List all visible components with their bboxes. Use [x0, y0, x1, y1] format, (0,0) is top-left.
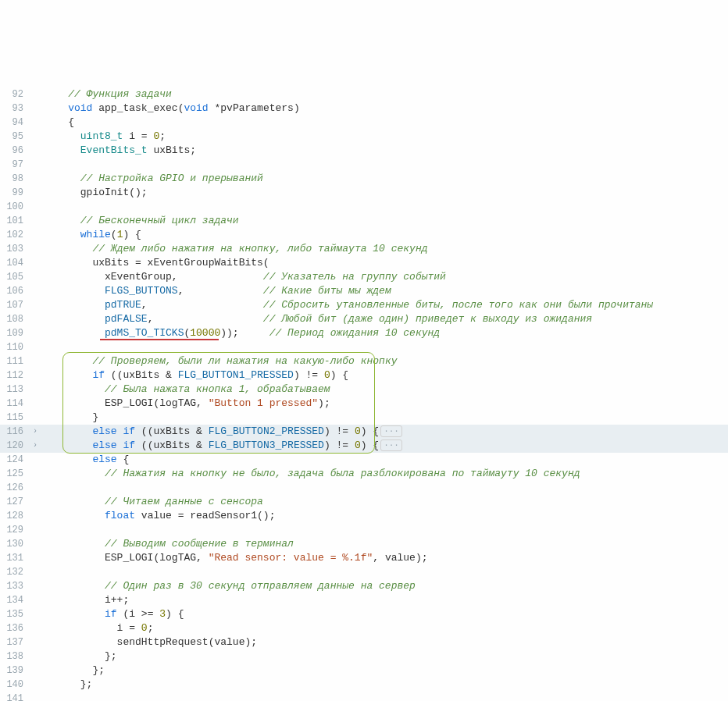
code-line[interactable]: 105 xEventGroup, // Указатель на группу … [0, 270, 728, 284]
code-content[interactable]: }; [41, 649, 728, 664]
code-content[interactable]: else if ((uxBits & FLG_BUTTON2_PRESSED) … [41, 425, 728, 439]
code-content[interactable]: if (i >= 3) { [41, 607, 728, 621]
code-line[interactable]: 131 ESP_LOGI(logTAG, "Read sensor: value… [0, 551, 728, 565]
code-content[interactable]: i++; [41, 593, 728, 607]
code-line[interactable]: 133 // Один раз в 30 секунд отправляем д… [0, 579, 728, 593]
code-token: ) { [330, 369, 348, 381]
code-line[interactable]: 96 EventBits_t uxBits; [0, 144, 728, 158]
code-line[interactable]: 136 i = 0; [0, 621, 728, 635]
code-content[interactable]: while(1) { [41, 228, 728, 242]
code-line[interactable]: 138 }; [0, 649, 728, 664]
code-line[interactable]: 112 if ((uxBits & FLG_BUTTON1_PRESSED) !… [0, 368, 728, 383]
code-line[interactable]: 103 // Ждем либо нажатия на кнопку, либо… [0, 242, 728, 256]
code-line[interactable]: 95 uint8_t i = 0; [0, 130, 728, 144]
code-line[interactable]: 115 } [0, 411, 728, 425]
code-content[interactable]: uxBits = xEventGroupWaitBits( [41, 256, 728, 270]
code-line[interactable]: 110 [0, 340, 728, 354]
code-content[interactable]: // Бесконечный цикл задачи [41, 214, 728, 228]
fold-collapsed-icon[interactable]: › [30, 439, 41, 453]
code-content[interactable]: else if ((uxBits & FLG_BUTTON3_PRESSED) … [41, 439, 728, 453]
code-content[interactable]: }; [41, 664, 728, 678]
code-line[interactable]: 120› else if ((uxBits & FLG_BUTTON3_PRES… [0, 439, 728, 453]
fold-ellipsis-icon[interactable]: ··· [380, 425, 402, 437]
code-line[interactable]: 114 ESP_LOGI(logTAG, "Button 1 pressed")… [0, 397, 728, 411]
code-token [44, 102, 68, 114]
code-token [44, 383, 105, 395]
code-content[interactable]: FLGS_BUTTONS, // Какие биты мы ждем [41, 284, 728, 298]
code-line[interactable]: 94 { [0, 116, 728, 130]
code-content[interactable]: pdTRUE, // Сбросить утановленные биты, п… [41, 298, 728, 312]
code-content[interactable]: pdFALSE, // Любой бит (даже один) привед… [41, 312, 728, 326]
code-line[interactable]: 135 if (i >= 3) { [0, 607, 728, 621]
code-line[interactable]: 129 [0, 523, 728, 537]
code-content[interactable]: // Один раз в 30 секунд отправляем данны… [41, 579, 728, 593]
code-line[interactable]: 113 // Была нажата кнопка 1, обрабатывае… [0, 383, 728, 397]
fold-collapsed-icon[interactable]: › [30, 425, 41, 439]
code-content[interactable]: sendHttpRequest(value); [41, 635, 728, 649]
code-content[interactable]: float value = readSensor1(); [41, 509, 728, 523]
code-line[interactable]: 92 // Функция задачи [0, 87, 728, 101]
code-line[interactable]: 101 // Бесконечный цикл задачи [0, 214, 728, 228]
code-line[interactable]: 126 [0, 481, 728, 495]
code-line[interactable]: 108 pdFALSE, // Любой бит (даже один) пр… [0, 312, 728, 326]
code-content[interactable]: ESP_LOGI(logTAG, "Read sensor: value = %… [41, 551, 728, 565]
line-number: 108 [0, 312, 30, 326]
code-line[interactable]: 140 }; [0, 678, 728, 692]
code-line[interactable]: 134 i++; [0, 593, 728, 607]
code-token: else [92, 454, 116, 465]
code-content[interactable]: // Настройка GPIO и прерываний [41, 172, 728, 186]
code-content[interactable]: }; [41, 678, 728, 692]
code-editor[interactable]: 92 // Функция задачи93 void app_task_exe… [0, 87, 728, 701]
line-number: 112 [0, 368, 30, 383]
code-content[interactable]: else { [41, 453, 728, 467]
code-line[interactable]: 102 while(1) { [0, 228, 728, 242]
code-line[interactable]: 125 // Нажатия на кнопку не было, задача… [0, 467, 728, 481]
code-line[interactable]: 99 gpioInit(); [0, 186, 728, 200]
code-line[interactable]: 128 float value = readSensor1(); [0, 509, 728, 523]
code-content[interactable]: // Читаем данные с сенсора [41, 495, 728, 509]
code-content[interactable]: // Нажатия на кнопку не было, задача был… [41, 467, 728, 481]
code-line[interactable]: 93 void app_task_exec(void *pvParameters… [0, 101, 728, 116]
code-line[interactable]: 106 FLGS_BUTTONS, // Какие биты мы ждем [0, 284, 728, 298]
code-token: if [92, 369, 105, 381]
code-token [44, 538, 105, 550]
code-line[interactable]: 97 [0, 158, 728, 172]
code-token [44, 285, 105, 297]
code-line[interactable]: 104 uxBits = xEventGroupWaitBits( [0, 256, 728, 270]
code-content[interactable]: if ((uxBits & FLG_BUTTON1_PRESSED) != 0)… [41, 368, 728, 383]
code-content[interactable]: // Проверяем, были ли нажатия на какую-л… [41, 354, 728, 368]
code-content[interactable]: // Ждем либо нажатия на кнопку, либо тай… [41, 242, 728, 256]
code-line[interactable]: 141 [0, 692, 728, 701]
code-content[interactable]: EventBits_t uxBits; [41, 144, 728, 158]
code-content[interactable]: pdMS_TO_TICKS(10000)); // Период ожидани… [41, 326, 728, 340]
code-line[interactable]: 109 pdMS_TO_TICKS(10000)); // Период ожи… [0, 326, 728, 340]
code-token: (i >= [117, 608, 160, 620]
code-content[interactable]: gpioInit(); [41, 186, 728, 200]
code-line[interactable]: 100 [0, 200, 728, 214]
code-content[interactable]: { [41, 116, 728, 130]
code-content[interactable]: } [41, 411, 728, 425]
code-content[interactable]: uint8_t i = 0; [41, 130, 728, 144]
code-token: ) { [166, 608, 184, 620]
code-content[interactable]: void app_task_exec(void *pvParameters) [41, 101, 728, 116]
code-line[interactable]: 132 [0, 565, 728, 579]
code-token: ((uxBits & [135, 425, 209, 437]
code-content[interactable]: xEventGroup, // Указатель на группу собы… [41, 270, 728, 284]
code-line[interactable]: 111 // Проверяем, были ли нажатия на как… [0, 354, 728, 368]
code-content[interactable]: // Выводим сообщение в терминал [41, 537, 728, 551]
code-line[interactable]: 127 // Читаем данные с сенсора [0, 495, 728, 509]
code-line[interactable]: 130 // Выводим сообщение в терминал [0, 537, 728, 551]
code-token: , value); [373, 552, 427, 564]
code-line[interactable]: 137 sendHttpRequest(value); [0, 635, 728, 649]
code-content[interactable]: i = 0; [41, 621, 728, 635]
code-line[interactable]: 98 // Настройка GPIO и прерываний [0, 172, 728, 186]
code-line[interactable]: 107 pdTRUE, // Сбросить утановленные бит… [0, 298, 728, 312]
code-content[interactable]: // Была нажата кнопка 1, обрабатываем [41, 383, 728, 397]
code-line[interactable]: 124 else { [0, 453, 728, 467]
code-line[interactable]: 139 }; [0, 664, 728, 678]
code-line[interactable]: 116› else if ((uxBits & FLG_BUTTON2_PRES… [0, 425, 728, 439]
fold-ellipsis-icon[interactable]: ··· [380, 439, 402, 451]
code-content[interactable]: // Функция задачи [41, 87, 728, 101]
code-token: }; [44, 650, 117, 662]
code-content[interactable]: ESP_LOGI(logTAG, "Button 1 pressed"); [41, 397, 728, 411]
